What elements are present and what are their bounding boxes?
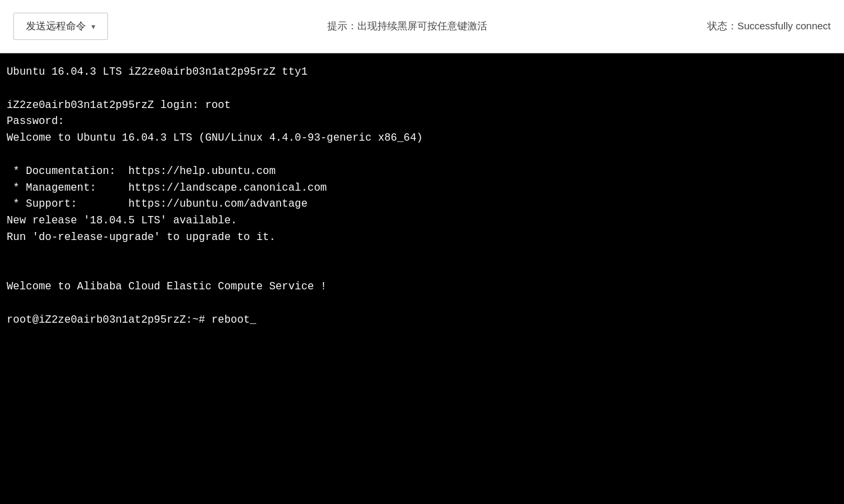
terminal-line: Welcome to Alibaba Cloud Elastic Compute… [7,279,837,295]
terminal-line [7,246,837,263]
terminal-line [7,147,837,163]
terminal-line [7,295,837,312]
terminal-content: Ubuntu 16.04.3 LTS iZ2ze0airb03n1at2p95r… [7,64,837,329]
terminal-line: * Management: https://landscape.canonica… [7,180,837,197]
status-text: 状态：Successfully connect [707,20,831,33]
send-command-label: 发送远程命令 [26,20,86,33]
terminal-line [7,263,837,279]
terminal-line: Ubuntu 16.04.3 LTS iZ2ze0airb03n1at2p95r… [7,64,837,81]
terminal[interactable]: Ubuntu 16.04.3 LTS iZ2ze0airb03n1at2p95r… [0,53,844,504]
send-command-button[interactable]: 发送远程命令 ▾ [13,13,108,40]
terminal-line [7,81,837,97]
terminal-line: New release '18.04.5 LTS' available. [7,213,837,229]
toolbar: 发送远程命令 ▾ 提示：出现持续黑屏可按任意键激活 状态：Successfull… [0,0,844,53]
hint-text: 提示：出现持续黑屏可按任意键激活 [135,20,681,33]
terminal-line: * Documentation: https://help.ubuntu.com [7,163,837,180]
terminal-line: Password: [7,113,837,130]
terminal-line: Run 'do-release-upgrade' to upgrade to i… [7,229,837,246]
terminal-line: root@iZ2ze0airb03n1at2p95rzZ:~# reboot_ [7,312,837,329]
terminal-line: * Support: https://ubuntu.com/advantage [7,196,837,213]
terminal-line: iZ2ze0airb03n1at2p95rzZ login: root [7,97,837,114]
chevron-down-icon: ▾ [91,22,95,31]
terminal-line: Welcome to Ubuntu 16.04.3 LTS (GNU/Linux… [7,130,837,147]
